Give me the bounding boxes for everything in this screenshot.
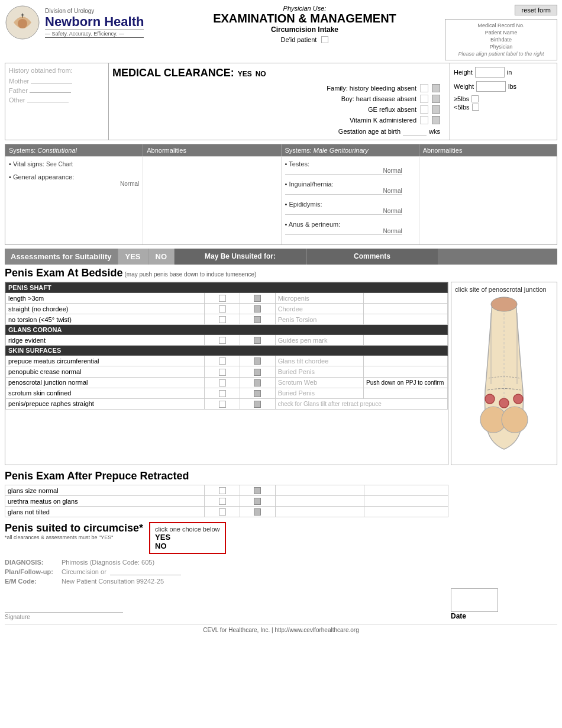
prepuce-no-1[interactable] bbox=[240, 485, 275, 496]
clearance-no-3[interactable] bbox=[432, 105, 440, 114]
glans-no-1[interactable] bbox=[240, 335, 275, 346]
clearance-yes-2[interactable] bbox=[420, 95, 428, 103]
plan-field[interactable] bbox=[110, 568, 181, 575]
prepuce-row-2: urethra meatus on glans bbox=[5, 496, 448, 507]
gestation-input[interactable] bbox=[403, 127, 427, 136]
skin-no-1[interactable] bbox=[240, 356, 275, 366]
assess-comments-header: Comments bbox=[306, 249, 438, 265]
height-row: Height in bbox=[454, 67, 553, 78]
deid-checkbox[interactable] bbox=[321, 36, 328, 43]
top-right: reset form Medical Record No. Patient Na… bbox=[439, 5, 557, 60]
brand-name: Newborn Health bbox=[45, 14, 144, 30]
prepuce-no-2[interactable] bbox=[240, 496, 275, 507]
prepuce-maybe-3 bbox=[275, 507, 364, 517]
diagram-svg[interactable] bbox=[455, 295, 553, 461]
testes-item: • Testes: Normal bbox=[285, 160, 415, 175]
skin-yes-2[interactable] bbox=[205, 366, 240, 377]
assess-spacer bbox=[438, 249, 557, 265]
shaft-header-cell: PENIS SHAFT bbox=[6, 283, 448, 293]
skin-no-3[interactable] bbox=[240, 377, 275, 388]
weight-label: Weight bbox=[454, 83, 474, 90]
prepuce-yes-2[interactable] bbox=[205, 496, 240, 507]
click-choice-box[interactable]: click one choice below YES NO bbox=[149, 522, 225, 554]
shaft-yes-1[interactable] bbox=[205, 293, 240, 304]
penis-diagram-svg[interactable] bbox=[457, 295, 551, 461]
clearance-row-3: GE reflux absent bbox=[112, 105, 446, 114]
constitutional-cell: • Vital signs: See Chart • General appea… bbox=[5, 157, 143, 244]
junction-dot-right[interactable] bbox=[513, 394, 523, 404]
diagnosis-row: DIAGNOSIS: Phimosis (Diagnosis Code: 605… bbox=[5, 559, 557, 566]
skin-yes-3[interactable] bbox=[205, 377, 240, 388]
prepuce-row-3: glans not tilted bbox=[5, 507, 448, 517]
junction-dot-center[interactable] bbox=[499, 398, 509, 408]
click-instruction: click one choice below bbox=[155, 526, 219, 533]
skin-yes-1[interactable] bbox=[205, 356, 240, 366]
shaft-no-1[interactable] bbox=[240, 293, 275, 304]
skin-yes-4[interactable] bbox=[205, 388, 240, 398]
glans-yes-1[interactable] bbox=[205, 335, 240, 346]
svg-point-7 bbox=[502, 407, 528, 433]
plan-value: Circumcision or bbox=[62, 568, 106, 575]
skin-no-5[interactable] bbox=[240, 398, 275, 409]
clearance-yes-1[interactable] bbox=[420, 84, 428, 92]
yes-header: YES bbox=[238, 70, 252, 78]
logo-text: Division of Urology Newborn Health — Saf… bbox=[45, 8, 144, 38]
prepuce-table: glans size normal urethra meatus on glan… bbox=[5, 485, 448, 517]
lt5lbs-label: <5lbs bbox=[454, 104, 470, 111]
height-input[interactable] bbox=[475, 67, 505, 78]
shaft-label-1: length >3cm bbox=[6, 293, 205, 304]
lt5lbs-checkbox[interactable] bbox=[472, 104, 479, 111]
shaft-no-2[interactable] bbox=[240, 304, 275, 314]
shaft-yes-3[interactable] bbox=[205, 314, 240, 325]
shaft-no-3[interactable] bbox=[240, 314, 275, 325]
skin-no-4[interactable] bbox=[240, 388, 275, 398]
skin-label-1: prepuce meatus circumferential bbox=[6, 356, 205, 366]
shaft-yes-2[interactable] bbox=[205, 304, 240, 314]
weight-suffix: lbs bbox=[508, 83, 516, 90]
exam-table-wrapper: PENIS SHAFT length >3cm Micropenis strai… bbox=[5, 282, 448, 465]
reset-button[interactable]: reset form bbox=[515, 5, 557, 15]
signature-line[interactable] bbox=[5, 601, 123, 613]
skin-label-2: penopubic crease normal bbox=[6, 366, 205, 377]
signature-field: Signature bbox=[5, 601, 123, 620]
skin-row-4: scrotum skin confined Buried Penis bbox=[6, 388, 448, 398]
em-label: E/M Code: bbox=[5, 578, 58, 585]
clearance-section: MEDICAL CLEARANCE: YES NO Family: histor… bbox=[109, 63, 450, 140]
weight-input[interactable] bbox=[476, 81, 506, 92]
prepuce-yes-3[interactable] bbox=[205, 507, 240, 517]
exam-table: PENIS SHAFT length >3cm Micropenis strai… bbox=[5, 282, 448, 410]
skin-comments-3: Push down on PPJ to confirm bbox=[364, 377, 448, 388]
mother-field[interactable] bbox=[31, 76, 72, 83]
clearance-no-1[interactable] bbox=[432, 84, 440, 92]
glans-row-1: ridge evident Guides pen mark bbox=[6, 335, 448, 346]
gte5lbs-checkbox[interactable] bbox=[471, 95, 479, 102]
father-field[interactable] bbox=[30, 86, 71, 93]
other-field[interactable] bbox=[27, 95, 69, 102]
suited-yes-option[interactable]: YES bbox=[155, 533, 219, 542]
patient-label-placeholder: Please align patient label to the right bbox=[448, 51, 554, 57]
clearance-yes-3[interactable] bbox=[420, 105, 428, 114]
diagram-label: click site of penoscrotal junction bbox=[455, 286, 553, 293]
skin-yes-5[interactable] bbox=[205, 398, 240, 409]
prepuce-no-3[interactable] bbox=[240, 507, 275, 517]
constitutional-abnorm-cell bbox=[143, 157, 281, 244]
skin-maybe-1: Glans tilt chordee bbox=[275, 356, 363, 366]
clearance-yes-4[interactable] bbox=[420, 116, 428, 124]
lt5lbs-row: <5lbs bbox=[454, 104, 553, 111]
prepuce-yes-1[interactable] bbox=[205, 485, 240, 496]
date-box[interactable] bbox=[451, 588, 498, 612]
junction-dot-left[interactable] bbox=[485, 394, 495, 404]
clearance-no-2[interactable] bbox=[432, 95, 440, 103]
skin-no-2[interactable] bbox=[240, 366, 275, 377]
skin-comments-4 bbox=[364, 388, 448, 398]
clearance-no-4[interactable] bbox=[432, 116, 440, 124]
assess-maybe-header: May Be Unsuited for: bbox=[174, 249, 306, 265]
logo-area: ✝ Division of Urology Newborn Health — S… bbox=[5, 5, 170, 40]
gestation-row: Gestation age at birth wks bbox=[112, 127, 446, 136]
glans-header-row: GLANS CORONA bbox=[6, 325, 448, 335]
footer: CEVL for Healthcare, Inc. | http://www.c… bbox=[5, 624, 557, 633]
suited-no-option[interactable]: NO bbox=[155, 542, 219, 550]
skin-header-row: SKIN SURFACES bbox=[6, 346, 448, 356]
gestation-suffix: wks bbox=[429, 128, 440, 135]
skin-header-cell: SKIN SURFACES bbox=[6, 346, 448, 356]
